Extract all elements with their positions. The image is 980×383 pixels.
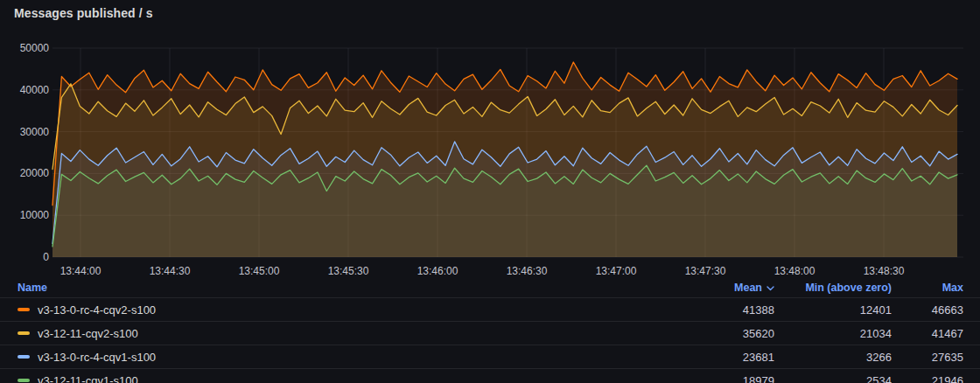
series-color-swatch[interactable]	[18, 379, 30, 382]
legend-row: v3-13-0-rc-4-cqv2-s100 41388 12401 46663	[0, 297, 980, 321]
series-max: 41467	[892, 327, 963, 340]
legend-item[interactable]: v3-13-0-rc-4-cqv2-s100	[18, 303, 671, 317]
series-min: 3266	[774, 351, 892, 364]
series-mean: 41388	[671, 303, 774, 317]
x-axis-tick-label: 13:46:00	[417, 265, 458, 277]
series-min: 21034	[774, 327, 892, 340]
series-color-swatch[interactable]	[18, 308, 30, 311]
x-axis-tick-label: 13:48:30	[864, 265, 905, 277]
legend-col-min[interactable]: Min (above zero)	[774, 282, 892, 294]
legend-row: v3-13-0-rc-4-cqv1-s100 23681 3266 27635	[0, 345, 980, 368]
series-max: 46663	[892, 303, 963, 317]
legend-item[interactable]: v3-12-11-cqv1-s100	[18, 374, 671, 383]
legend-row: v3-12-11-cqv1-s100 18979 2534 21946	[0, 368, 980, 383]
time-series-chart[interactable]: 0100002000030000400005000013:44:0013:44:…	[0, 0, 980, 278]
series-color-swatch[interactable]	[18, 355, 30, 359]
x-axis-tick-label: 13:48:00	[774, 265, 816, 277]
x-axis-tick-label: 13:47:00	[596, 265, 637, 277]
grafana-panel: Messages published / s 01000020000300004…	[0, 0, 980, 383]
y-axis-tick-label: 40000	[20, 84, 50, 96]
series-mean: 23681	[671, 351, 774, 364]
legend-table: Name Mean Min (above zero) Max v3-13-0-r…	[0, 278, 980, 383]
legend-col-name[interactable]: Name	[18, 282, 671, 294]
x-axis-tick-label: 13:46:30	[507, 265, 548, 277]
series-name: v3-13-0-rc-4-cqv1-s100	[38, 351, 156, 364]
legend-col-mean[interactable]: Mean	[671, 282, 774, 294]
series-max: 21946	[892, 374, 963, 383]
x-axis-tick-label: 13:44:30	[150, 265, 191, 277]
legend-row: v3-12-11-cqv2-s100 35620 21034 41467	[0, 321, 980, 345]
y-axis-tick-label: 0	[43, 251, 49, 263]
series-name: v3-13-0-rc-4-cqv2-s100	[38, 303, 156, 317]
legend-header-row: Name Mean Min (above zero) Max	[0, 278, 980, 297]
x-axis-tick-label: 13:45:30	[328, 265, 369, 277]
series-min: 12401	[774, 303, 892, 317]
x-axis-tick-label: 13:45:00	[239, 265, 280, 277]
x-axis-tick-label: 13:44:00	[60, 265, 102, 277]
legend-col-max[interactable]: Max	[892, 282, 963, 294]
y-axis-tick-label: 20000	[20, 167, 50, 179]
series-mean: 35620	[671, 327, 774, 340]
series-max: 27635	[892, 351, 963, 364]
series-mean: 18979	[671, 374, 774, 383]
series-min: 2534	[774, 374, 892, 383]
legend-col-mean-label: Mean	[734, 282, 762, 294]
series-name: v3-12-11-cqv1-s100	[38, 374, 138, 383]
y-axis-tick-label: 30000	[20, 126, 50, 138]
y-axis-tick-label: 10000	[20, 209, 50, 221]
x-axis-tick-label: 13:47:30	[685, 265, 726, 277]
series-name: v3-12-11-cqv2-s100	[38, 327, 138, 340]
series-color-swatch[interactable]	[18, 331, 30, 335]
y-axis-tick-label: 50000	[20, 42, 50, 54]
legend-item[interactable]: v3-13-0-rc-4-cqv1-s100	[18, 351, 671, 364]
sort-desc-icon	[766, 282, 774, 294]
legend-item[interactable]: v3-12-11-cqv2-s100	[18, 327, 671, 340]
